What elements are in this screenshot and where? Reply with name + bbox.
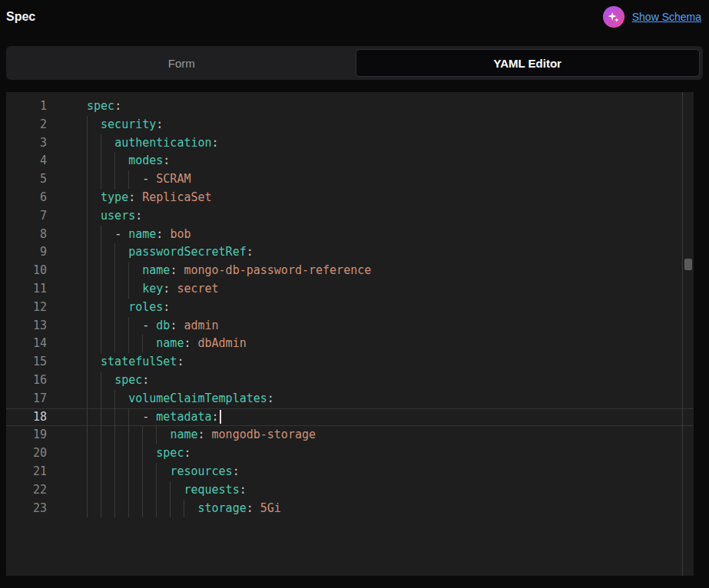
indent-guide bbox=[128, 170, 129, 189]
code-line[interactable]: 23 storage: 5Gi bbox=[6, 500, 694, 518]
code-text: spec: bbox=[87, 99, 121, 113]
indent-guide bbox=[170, 481, 171, 500]
code-line[interactable]: 8 - name: bob bbox=[6, 226, 694, 244]
token-punct: : bbox=[233, 464, 240, 478]
code-line[interactable]: 9 passwordSecretRef: bbox=[6, 243, 694, 262]
spec-page: { "header": { "title": "Spec", "show_sch… bbox=[0, 0, 709, 588]
code-line[interactable]: 12 roles: bbox=[6, 299, 694, 317]
code-text: name: mongo-db-password-reference bbox=[87, 263, 371, 277]
indent-guide bbox=[101, 463, 101, 481]
line-number: 22 bbox=[6, 481, 47, 500]
line-content: - db: admin bbox=[87, 317, 219, 335]
indent-guide bbox=[101, 500, 101, 518]
indent-guide bbox=[87, 372, 88, 390]
token-punct: : bbox=[128, 190, 142, 204]
code-line[interactable]: 17 volumeClaimTemplates: bbox=[6, 390, 694, 408]
code-text: name: mongodb-storage bbox=[87, 428, 316, 441]
code-text: spec: bbox=[87, 446, 191, 460]
code-line[interactable]: 5 - SCRAM bbox=[6, 170, 694, 189]
code-text: - metadata: bbox=[87, 410, 221, 424]
indent-guide bbox=[87, 426, 88, 444]
tab-form[interactable]: Form bbox=[9, 49, 354, 77]
line-number: 2 bbox=[6, 116, 47, 134]
code-text: spec: bbox=[87, 373, 149, 387]
token-key: name bbox=[142, 263, 170, 277]
tab-yaml-editor[interactable]: YAML Editor bbox=[356, 49, 701, 77]
line-content: - name: bob bbox=[87, 226, 191, 244]
token-punct: - bbox=[142, 319, 156, 332]
code-line[interactable]: 7 users: bbox=[6, 207, 694, 226]
code-line[interactable]: 6 type: ReplicaSet bbox=[6, 189, 694, 207]
token-punct: : bbox=[170, 319, 184, 332]
yaml-editor[interactable]: 1spec:2 security:3 authentication:4 mode… bbox=[6, 92, 694, 576]
indent-guide bbox=[114, 481, 115, 500]
code-line[interactable]: 18 - metadata: bbox=[6, 408, 694, 427]
indent-guide bbox=[114, 317, 115, 335]
token-key: db bbox=[156, 319, 170, 332]
line-number: 20 bbox=[6, 444, 47, 463]
indent-guide bbox=[101, 134, 101, 153]
code-line[interactable]: 1spec: bbox=[6, 97, 694, 116]
line-number: 7 bbox=[6, 207, 47, 226]
line-content: spec: bbox=[87, 444, 191, 463]
line-content: storage: 5Gi bbox=[87, 500, 281, 518]
indent-guide bbox=[87, 280, 88, 299]
ai-sparkle-icon[interactable] bbox=[603, 6, 625, 28]
scrollbar-track-divider bbox=[682, 92, 683, 576]
line-number: 11 bbox=[6, 280, 47, 299]
token-value: bob bbox=[170, 227, 191, 241]
token-key: spec bbox=[156, 446, 184, 460]
indent-guide bbox=[128, 481, 129, 500]
line-number: 17 bbox=[6, 390, 47, 408]
line-number: 18 bbox=[6, 408, 47, 427]
indent-guide bbox=[128, 335, 129, 353]
sparkle-glyph bbox=[607, 11, 620, 24]
token-key: roles bbox=[128, 300, 163, 314]
token-value: secret bbox=[177, 282, 218, 296]
code-line[interactable]: 21 resources: bbox=[6, 463, 694, 481]
line-number: 6 bbox=[6, 189, 47, 207]
code-line[interactable]: 2 security: bbox=[6, 116, 694, 134]
code-line[interactable]: 16 spec: bbox=[6, 372, 694, 390]
code-text: users: bbox=[87, 209, 142, 223]
indent-guide bbox=[184, 500, 184, 518]
indent-guide bbox=[101, 280, 101, 299]
token-key: statefulSet bbox=[101, 355, 177, 368]
indent-guide bbox=[156, 463, 157, 481]
code-line[interactable]: 11 key: secret bbox=[6, 280, 694, 299]
token-key: type bbox=[101, 190, 128, 204]
indent-guide bbox=[101, 262, 101, 280]
code-text: - name: bob bbox=[87, 227, 191, 241]
code-text: type: ReplicaSet bbox=[87, 190, 212, 204]
token-punct: : bbox=[212, 136, 219, 150]
show-schema-link[interactable]: Show Schema bbox=[632, 11, 701, 23]
code-line[interactable]: 10 name: mongo-db-password-reference bbox=[6, 262, 694, 280]
code-line[interactable]: 3 authentication: bbox=[6, 134, 694, 153]
code-text: authentication: bbox=[87, 136, 219, 150]
indent-guide bbox=[87, 335, 88, 353]
code-line[interactable]: 22 requests: bbox=[6, 481, 694, 500]
code-line[interactable]: 20 spec: bbox=[6, 444, 694, 463]
indent-guide bbox=[142, 444, 143, 463]
indent-guide bbox=[114, 299, 115, 317]
code-line[interactable]: 4 modes: bbox=[6, 152, 694, 170]
scrollbar-thumb[interactable] bbox=[684, 259, 692, 270]
token-punct: - bbox=[142, 410, 156, 424]
token-punct: : bbox=[267, 391, 274, 405]
indent-guide bbox=[101, 226, 101, 244]
code-text: name: dbAdmin bbox=[87, 336, 247, 350]
code-line[interactable]: 15 statefulSet: bbox=[6, 353, 694, 372]
line-content: spec: bbox=[87, 372, 149, 390]
indent-guide bbox=[142, 500, 143, 518]
line-content: name: mongodb-storage bbox=[87, 426, 316, 444]
indent-guide bbox=[114, 390, 115, 408]
code-line[interactable]: 19 name: mongodb-storage bbox=[6, 426, 694, 444]
indent-guide bbox=[156, 426, 157, 444]
indent-guide bbox=[114, 463, 115, 481]
token-value: admin bbox=[184, 319, 218, 332]
code-line[interactable]: 13 - db: admin bbox=[6, 317, 694, 335]
code-text: roles: bbox=[87, 300, 170, 314]
indent-guide bbox=[142, 335, 143, 353]
code-line[interactable]: 14 name: dbAdmin bbox=[6, 335, 694, 353]
line-content: security: bbox=[87, 116, 163, 134]
